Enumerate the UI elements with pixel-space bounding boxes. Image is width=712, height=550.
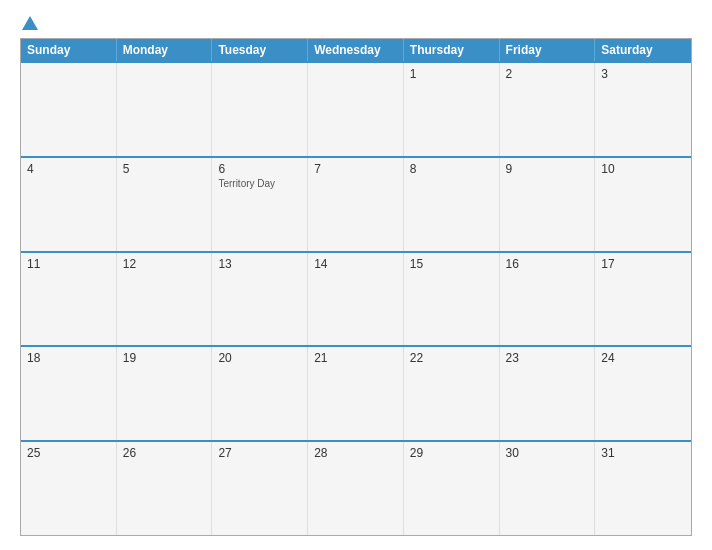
day-name-tuesday: Tuesday: [212, 39, 308, 61]
day-number: 6: [218, 162, 301, 176]
day-number: 7: [314, 162, 397, 176]
day-number: 25: [27, 446, 110, 460]
day-cell: 1: [404, 63, 500, 156]
week-row: 456Territory Day78910: [21, 156, 691, 251]
day-cell: 9: [500, 158, 596, 251]
day-number: 20: [218, 351, 301, 365]
day-cell: [212, 63, 308, 156]
day-name-friday: Friday: [500, 39, 596, 61]
day-cell: 11: [21, 253, 117, 346]
day-cell: 28: [308, 442, 404, 535]
day-number: 4: [27, 162, 110, 176]
logo-triangle-icon: [22, 16, 38, 30]
day-cell: 26: [117, 442, 213, 535]
day-cell: 7: [308, 158, 404, 251]
day-number: 24: [601, 351, 685, 365]
day-number: 18: [27, 351, 110, 365]
week-row: 25262728293031: [21, 440, 691, 535]
day-cell: 5: [117, 158, 213, 251]
day-number: 14: [314, 257, 397, 271]
day-number: 10: [601, 162, 685, 176]
day-cell: 22: [404, 347, 500, 440]
day-cell: 14: [308, 253, 404, 346]
day-cell: 25: [21, 442, 117, 535]
day-cell: [308, 63, 404, 156]
logo: [20, 18, 38, 30]
day-number: 5: [123, 162, 206, 176]
day-number: 17: [601, 257, 685, 271]
header: [20, 18, 692, 30]
day-number: 3: [601, 67, 685, 81]
day-name-monday: Monday: [117, 39, 213, 61]
day-cell: 23: [500, 347, 596, 440]
day-number: 19: [123, 351, 206, 365]
day-number: 16: [506, 257, 589, 271]
day-number: 1: [410, 67, 493, 81]
day-cell: 17: [595, 253, 691, 346]
day-number: 30: [506, 446, 589, 460]
day-cell: 30: [500, 442, 596, 535]
day-number: 8: [410, 162, 493, 176]
day-number: 13: [218, 257, 301, 271]
weeks-container: 123456Territory Day789101112131415161718…: [21, 61, 691, 535]
calendar-grid: SundayMondayTuesdayWednesdayThursdayFrid…: [20, 38, 692, 536]
day-number: 21: [314, 351, 397, 365]
holiday-label: Territory Day: [218, 178, 301, 189]
days-header: SundayMondayTuesdayWednesdayThursdayFrid…: [21, 39, 691, 61]
week-row: 18192021222324: [21, 345, 691, 440]
day-cell: [117, 63, 213, 156]
day-cell: 12: [117, 253, 213, 346]
day-number: 29: [410, 446, 493, 460]
day-name-sunday: Sunday: [21, 39, 117, 61]
week-row: 11121314151617: [21, 251, 691, 346]
day-cell: 3: [595, 63, 691, 156]
day-number: 9: [506, 162, 589, 176]
day-number: 2: [506, 67, 589, 81]
week-row: 123: [21, 61, 691, 156]
day-cell: 27: [212, 442, 308, 535]
day-number: 26: [123, 446, 206, 460]
day-cell: 6Territory Day: [212, 158, 308, 251]
day-number: 23: [506, 351, 589, 365]
day-number: 28: [314, 446, 397, 460]
day-cell: 16: [500, 253, 596, 346]
day-cell: 24: [595, 347, 691, 440]
day-cell: 18: [21, 347, 117, 440]
day-cell: 10: [595, 158, 691, 251]
day-number: 27: [218, 446, 301, 460]
day-cell: 29: [404, 442, 500, 535]
day-cell: 4: [21, 158, 117, 251]
day-number: 12: [123, 257, 206, 271]
day-cell: 19: [117, 347, 213, 440]
day-cell: [21, 63, 117, 156]
day-number: 22: [410, 351, 493, 365]
day-cell: 15: [404, 253, 500, 346]
day-cell: 31: [595, 442, 691, 535]
day-name-saturday: Saturday: [595, 39, 691, 61]
calendar-page: SundayMondayTuesdayWednesdayThursdayFrid…: [0, 0, 712, 550]
day-name-wednesday: Wednesday: [308, 39, 404, 61]
day-number: 11: [27, 257, 110, 271]
day-name-thursday: Thursday: [404, 39, 500, 61]
day-number: 15: [410, 257, 493, 271]
day-cell: 2: [500, 63, 596, 156]
day-number: 31: [601, 446, 685, 460]
day-cell: 20: [212, 347, 308, 440]
day-cell: 21: [308, 347, 404, 440]
day-cell: 8: [404, 158, 500, 251]
day-cell: 13: [212, 253, 308, 346]
